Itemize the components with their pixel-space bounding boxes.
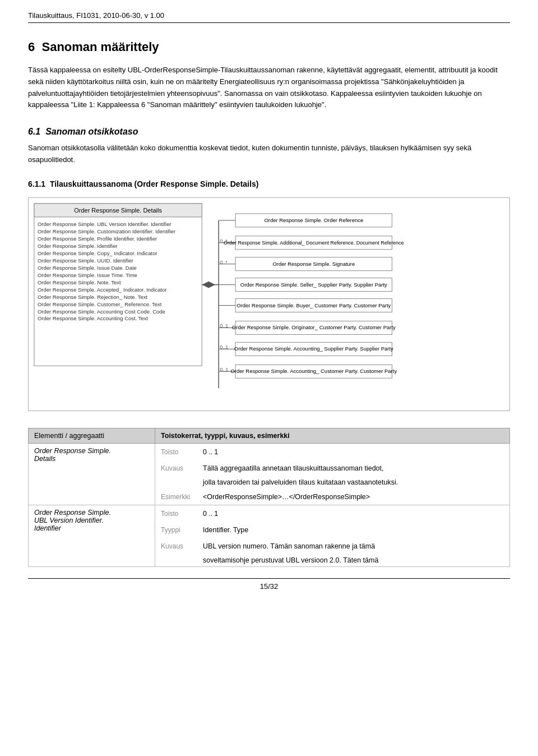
value-esimerkki-1: <OrderResponseSimple>…</OrderResponseSim… (203, 493, 504, 501)
kuvaus-continuation-2: soveltamisohje perustuvat UBL versioon 2… (203, 556, 378, 564)
info-row-toisto: Toisto 0 .. 1 (161, 446, 504, 458)
info-row-esimerkki: Esimerkki <OrderResponseSimple>…</OrderR… (161, 491, 504, 503)
chapter-title: 6 Sanoman määrittely (28, 40, 510, 54)
svg-text:Order Response Simple. Identif: Order Response Simple. Identifier (38, 243, 118, 249)
element-name-1: Order Response Simple.Details (34, 447, 111, 463)
svg-marker-48 (202, 281, 215, 288)
section-6-1-1-title: 6.1.1 Tilauskuittaussanoma (Order Respon… (28, 179, 510, 188)
label-toisto-1: Toisto (161, 448, 203, 456)
kuvaus-continuation-1: jolla tavaroiden tai palveluiden tilaus … (203, 478, 398, 486)
footer: 15/32 (28, 578, 510, 591)
svg-text:Order Response Simple. Details: Order Response Simple. Details (74, 207, 162, 214)
value-toisto-2: 0 .. 1 (203, 510, 504, 518)
uml-diagram: Order Response Simple. Details Order Res… (28, 197, 510, 411)
label-kuvaus-1: Kuvaus (161, 464, 203, 472)
svg-text:Order Response Simple. Note. T: Order Response Simple. Note. Text (38, 279, 121, 285)
page-container: Tilauskuittaus, FI1031, 2010-06-30, v 1.… (0, 0, 538, 607)
element-table: Elementti / aggregaatti Toistokerrat, ty… (28, 428, 510, 567)
svg-text:Order Response Simple. Seller_: Order Response Simple. Seller_ Supplier … (240, 281, 387, 287)
svg-text:Order Response Simple. Accepte: Order Response Simple. Accepted_ Indicat… (38, 286, 167, 292)
svg-text:0..1: 0..1 (220, 367, 228, 372)
info-row-tyyppi-2: Tyyppi Identifier. Type (161, 524, 504, 536)
svg-text:0..1: 0..1 (220, 323, 228, 329)
chapter-intro: Tässä kappaleessa on esitelty UBL-OrderR… (28, 64, 510, 111)
table-header-element: Elementti / aggregaatti (29, 428, 155, 443)
table-header-info: Toistokerrat, tyyppi, kuvaus, esimerkki (155, 428, 510, 443)
page-number: 15/32 (260, 582, 279, 591)
header-bar: Tilauskuittaus, FI1031, 2010-06-30, v 1.… (28, 11, 510, 23)
label-esimerkki-1: Esimerkki (161, 492, 203, 501)
svg-text:Order Response Simple. Account: Order Response Simple. Accounting_ Suppl… (234, 345, 393, 352)
table-row: Order Response Simple.Details Toisto 0 .… (29, 443, 510, 460)
svg-text:Order Response Simple. Custome: Order Response Simple. Customer_ Referen… (38, 301, 162, 307)
label-toisto-2: Toisto (161, 509, 203, 518)
svg-text:Order Response Simple. Copy_ I: Order Response Simple. Copy_ Indicator. … (38, 250, 157, 256)
label-tyyppi-2: Tyyppi (161, 525, 203, 534)
svg-text:Order Response Simple. Profile: Order Response Simple. Profile Identifie… (38, 236, 157, 242)
svg-text:Order Response Simple. Account: Order Response Simple. Accounting_ Custo… (230, 368, 397, 374)
svg-text:Order Response Simple. UUID. I: Order Response Simple. UUID. Identifier (38, 257, 133, 264)
value-kuvaus-1: Tällä aggregaatilla annetaan tilauskuitt… (203, 464, 504, 472)
info-row-kuvaus: Kuvaus Tällä aggregaatilla annetaan tila… (161, 462, 504, 474)
svg-text:0..*: 0..* (220, 260, 228, 265)
svg-text:Order Response Simple. Signatu: Order Response Simple. Signature (272, 260, 355, 266)
section-6-1-text: Sanoman otsikkotasolla välitetään koko d… (28, 142, 510, 166)
diagram-svg: Order Response Simple. Details Order Res… (29, 198, 509, 411)
svg-text:Order Response Simple. Account: Order Response Simple. Accounting Cost C… (38, 308, 165, 314)
svg-text:Order Response Simple. Rejecti: Order Response Simple. Rejection_ Note. … (38, 293, 148, 299)
element-name-2: Order Response Simple.UBL Version Identi… (34, 509, 111, 532)
svg-text:Order Response Simple. Origina: Order Response Simple. Originator_ Custo… (232, 324, 396, 330)
svg-text:Order Response Simple. Order R: Order Response Simple. Order Reference (264, 217, 363, 223)
svg-text:Order Response Simple. UBL Ver: Order Response Simple. UBL Version Ident… (38, 221, 171, 227)
value-toisto-1: 0 .. 1 (203, 448, 504, 456)
label-kuvaus-2: Kuvaus (161, 542, 203, 550)
value-kuvaus-2: UBL version numero. Tämän sanoman rakenn… (203, 542, 504, 550)
info-row-toisto-2: Toisto 0 .. 1 (161, 508, 504, 519)
svg-text:Order Response Simple. Issue D: Order Response Simple. Issue Date. Date (38, 264, 137, 270)
svg-text:0..1: 0..1 (220, 344, 228, 350)
value-tyyppi-2: Identifier. Type (203, 526, 504, 534)
svg-text:Order Response Simple. Customi: Order Response Simple. Customization Ide… (38, 228, 175, 234)
svg-text:Order Response Simple. Additio: Order Response Simple. Additional_ Docum… (224, 240, 404, 246)
header-title: Tilauskuittaus, FI1031, 2010-06-30, v 1.… (28, 11, 164, 20)
svg-text:Order Response Simple. Issue T: Order Response Simple. Issue Time. Time (38, 271, 137, 278)
svg-text:Order Response Simple. Account: Order Response Simple. Accounting Cost. … (38, 315, 149, 321)
svg-text:Order Response Simple. Buyer_ : Order Response Simple. Buyer_ Customer P… (236, 302, 391, 308)
info-row-kuvaus-2: Kuvaus UBL version numero. Tämän sanoman… (161, 540, 504, 552)
section-6-1-title: 6.1 Sanoman otsikkotaso (28, 127, 510, 137)
table-row: Order Response Simple.UBL Version Identi… (29, 505, 510, 522)
